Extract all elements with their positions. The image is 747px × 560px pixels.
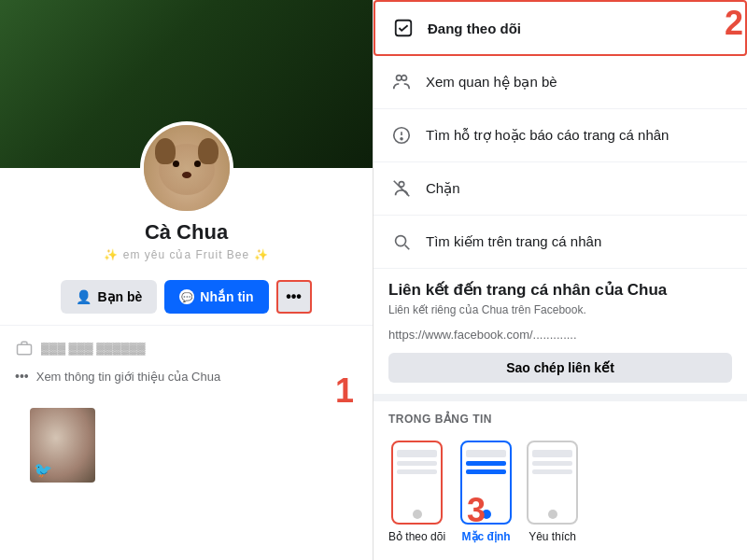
link-section-sub: Liên kết riêng của Chua trên Facebook. [374, 303, 747, 324]
feed-section-label: TRONG BẢNG TIN [374, 401, 747, 433]
search-label: Tìm kiếm trên trang cá nhân [426, 233, 601, 250]
photo-preview: 🐦 [30, 408, 95, 483]
mac-dinh-label: Mặc định [462, 530, 511, 543]
left-panel: Cà Chua ✨ em yêu của Fruit Bee ✨ 👤 Bạn b… [0, 0, 374, 560]
copy-link-button[interactable]: Sao chép liên kết [388, 353, 732, 383]
phone-icon-bo-theo-doi [391, 441, 443, 525]
people-icon [388, 69, 415, 95]
block-icon [388, 175, 415, 202]
bird-icon: 🐦 [34, 461, 52, 479]
messenger-icon: 💬 [179, 289, 194, 304]
phone-dot-y [548, 510, 557, 519]
relationship-label: Xem quan hệ bạn bè [426, 74, 557, 91]
menu-item-block[interactable]: Chặn [374, 162, 747, 216]
phone-line-b2 [466, 461, 506, 466]
work-text: ▓▓▓ ▓▓▓ ▓▓▓▓▓▓ [41, 342, 146, 355]
phone-line-y2 [532, 461, 572, 466]
message-button[interactable]: 💬 Nhắn tin [164, 280, 268, 314]
yeu-thich-label: Yêu thích [529, 530, 576, 543]
flag-icon [388, 122, 415, 148]
svg-point-9 [396, 236, 406, 246]
more-info-row[interactable]: ••• Xem thông tin giới thiệu của Chua [15, 363, 358, 389]
feed-option-bo-theo-doi[interactable]: Bỏ theo dõi [388, 441, 445, 543]
phone-line-1 [397, 450, 437, 457]
info-row-work: ▓▓▓ ▓▓▓ ▓▓▓▓▓▓ [15, 333, 358, 363]
phone-dot [413, 510, 422, 519]
feed-options-container: Bỏ theo dõi Mặc định [374, 433, 747, 558]
bo-theo-doi-label: Bỏ theo dõi [388, 530, 445, 543]
menu-item-search[interactable]: Tìm kiếm trên trang cá nhân [374, 216, 747, 269]
photo-section: 🐦 [0, 397, 373, 494]
dog-eyes [144, 161, 230, 167]
number-badge-3: 3 [467, 491, 486, 530]
link-url: https://www.facebook.com/............. [374, 324, 747, 349]
dots-small-icon: ••• [15, 369, 29, 384]
avatar-image [144, 125, 230, 211]
friend-icon: 👤 [76, 289, 92, 304]
svg-line-10 [405, 245, 410, 250]
check-icon [390, 15, 416, 41]
phone-line-3 [397, 469, 437, 474]
phone-line-2 [397, 461, 437, 466]
dots-icon: ••• [286, 288, 302, 305]
menu-item-following[interactable]: Đang theo dõi 2 [374, 0, 747, 56]
work-icon [15, 339, 34, 357]
feed-options: Bỏ theo dõi Mặc định [374, 433, 747, 558]
right-panel: Đang theo dõi 2 Xem quan hệ bạn bè Tìm h… [374, 0, 747, 560]
phone-line-y1 [532, 450, 572, 457]
search-icon [388, 229, 415, 255]
divider [374, 394, 747, 401]
dog-nose [182, 172, 191, 178]
following-label: Đang theo dõi [428, 21, 521, 36]
block-label: Chặn [426, 180, 460, 197]
number-badge-2: 2 [725, 4, 743, 43]
number-badge-1: 1 [335, 371, 354, 411]
phone-line-b3 [466, 469, 506, 474]
profile-name: Cà Chua [145, 220, 228, 245]
more-info-text: Xem thông tin giới thiệu của Chua [36, 370, 220, 384]
profile-info: ▓▓▓ ▓▓▓ ▓▓▓▓▓▓ ••• Xem thông tin giới th… [0, 325, 373, 397]
avatar [140, 121, 233, 215]
friend-button[interactable]: 👤 Bạn bè [61, 280, 157, 314]
menu-item-report[interactable]: Tìm hỗ trợ hoặc báo cáo trang cá nhân [374, 109, 747, 162]
report-label: Tìm hỗ trợ hoặc báo cáo trang cá nhân [426, 127, 669, 144]
svg-rect-0 [18, 344, 32, 355]
svg-point-6 [401, 138, 402, 140]
menu-item-relationship[interactable]: Xem quan hệ bạn bè [374, 56, 747, 109]
phone-line-b1 [466, 450, 506, 457]
more-options-button[interactable]: ••• [276, 280, 312, 314]
feed-option-yeu-thich[interactable]: Yêu thích [527, 441, 578, 543]
profile-subtitle: ✨ em yêu của Fruit Bee ✨ [104, 248, 268, 261]
action-buttons: 👤 Bạn bè 💬 Nhắn tin ••• [0, 280, 373, 325]
phone-line-y3 [532, 469, 572, 474]
svg-point-3 [402, 76, 407, 81]
phone-icon-yeu-thich [527, 441, 578, 525]
link-section-title: Liên kết đến trang cá nhân của Chua [374, 269, 747, 303]
dog-eye-right [194, 161, 201, 167]
dog-eye-left [173, 161, 179, 167]
svg-point-2 [397, 76, 402, 81]
